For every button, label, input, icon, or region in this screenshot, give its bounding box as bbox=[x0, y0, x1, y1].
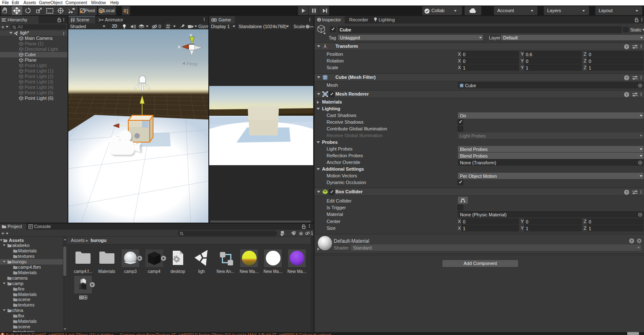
svg-text:Persp: Persp bbox=[187, 62, 198, 66]
svg-text:?: ? bbox=[626, 76, 628, 80]
svg-text:y: y bbox=[190, 32, 192, 37]
svg-text:x: x bbox=[178, 44, 181, 49]
svg-text:?: ? bbox=[626, 190, 628, 195]
svg-text:?: ? bbox=[631, 239, 633, 243]
svg-text:?: ? bbox=[626, 93, 628, 97]
svg-text:?: ? bbox=[626, 45, 628, 49]
